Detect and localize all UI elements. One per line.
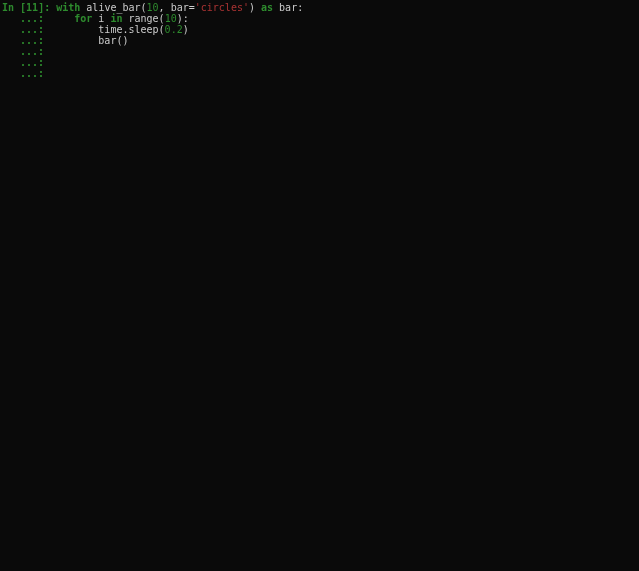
code-line-7: ...: [2,68,639,79]
number-literal: 0.2 [165,24,183,35]
code-line-1: In [11]: with alive_bar(10, bar='circles… [2,2,639,13]
keyword-for: for [74,13,92,24]
number-literal: 10 [165,13,177,24]
function-name: alive_bar [86,2,140,13]
function-name: sleep [128,24,158,35]
continuation-prompt: ...: [2,35,44,46]
code-line-3: ...: time.sleep(0.2) [2,24,639,35]
continuation-prompt: ...: [2,68,44,79]
keyword-as: as [261,2,273,13]
function-name: range [129,13,159,24]
variable-name: bar [279,2,297,13]
code-line-5: ...: [2,46,639,57]
terminal-output: In [11]: with alive_bar(10, bar='circles… [2,2,639,79]
kwarg-name: bar [171,2,189,13]
continuation-prompt: ...: [2,46,44,57]
keyword-in: in [110,13,122,24]
prompt-number: 11 [26,2,38,13]
code-line-2: ...: for i in range(10): [2,13,639,24]
function-name: bar [98,35,116,46]
continuation-prompt: ...: [2,57,44,68]
code-line-4: ...: bar() [2,35,639,46]
number-literal: 10 [147,2,159,13]
continuation-prompt: ...: [2,24,44,35]
keyword-with: with [56,2,80,13]
continuation-prompt: ...: [2,13,44,24]
ipython-in-prompt: In [2,2,20,13]
code-line-6: ...: [2,57,639,68]
module-name: time [98,24,122,35]
string-literal: 'circles' [195,2,249,13]
